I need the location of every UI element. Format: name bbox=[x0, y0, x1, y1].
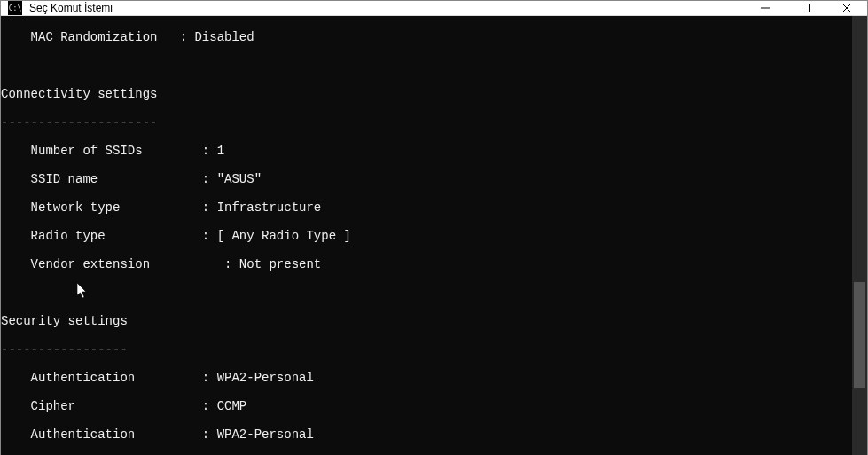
auth1-value: WPA2-Personal bbox=[217, 371, 314, 385]
terminal-output[interactable]: MAC Randomization : Disabled Connectivit… bbox=[1, 16, 852, 455]
window-title: Seç Komut İstemi bbox=[29, 2, 113, 14]
radio-type-label: Radio type : bbox=[1, 229, 217, 243]
security-divider: ----------------- bbox=[1, 342, 852, 357]
minimize-icon bbox=[761, 4, 770, 12]
cipher1-value: CCMP bbox=[217, 399, 247, 413]
blank-line bbox=[1, 286, 852, 300]
mac-randomization-label: MAC Randomization : bbox=[1, 30, 194, 44]
auth1-label: Authentication : bbox=[1, 371, 217, 385]
number-ssids-label: Number of SSIDs : bbox=[1, 144, 217, 158]
vendor-ext-label: Vendor extension : bbox=[1, 257, 239, 271]
titlebar-controls bbox=[745, 1, 867, 15]
network-type-label: Network type : bbox=[1, 200, 217, 215]
vendor-ext-value: Not present bbox=[239, 257, 321, 271]
network-type-value: Infrastructure bbox=[217, 200, 322, 215]
command-prompt-window: C:\ Seç Komut İstemi MAC Randomization :… bbox=[0, 0, 868, 455]
close-button[interactable] bbox=[826, 1, 867, 15]
connectivity-divider: --------------------- bbox=[1, 115, 852, 129]
mac-randomization-value: Disabled bbox=[194, 30, 254, 44]
svg-rect-1 bbox=[802, 4, 810, 12]
security-header: Security settings bbox=[1, 314, 852, 328]
close-icon bbox=[842, 4, 851, 12]
number-ssids-value: 1 bbox=[217, 144, 224, 158]
ssid-name-label: SSID name : bbox=[1, 172, 217, 186]
auth2-value: WPA2-Personal bbox=[217, 428, 314, 442]
cipher1-label: Cipher : bbox=[1, 399, 217, 413]
maximize-button[interactable] bbox=[786, 1, 826, 15]
cmd-icon: C:\ bbox=[8, 1, 22, 15]
ssid-name-value: "ASUS" bbox=[217, 172, 262, 186]
radio-type-value: [ Any Radio Type ] bbox=[217, 229, 351, 243]
scrollbar-thumb[interactable] bbox=[854, 282, 865, 388]
titlebar[interactable]: C:\ Seç Komut İstemi bbox=[1, 1, 867, 16]
minimize-button[interactable] bbox=[745, 1, 786, 15]
terminal-wrap: MAC Randomization : Disabled Connectivit… bbox=[1, 16, 867, 455]
maximize-icon bbox=[802, 4, 810, 12]
connectivity-header: Connectivity settings bbox=[1, 87, 852, 101]
vertical-scrollbar[interactable] bbox=[852, 16, 867, 455]
blank-line bbox=[1, 59, 852, 73]
auth2-label: Authentication : bbox=[1, 428, 217, 442]
